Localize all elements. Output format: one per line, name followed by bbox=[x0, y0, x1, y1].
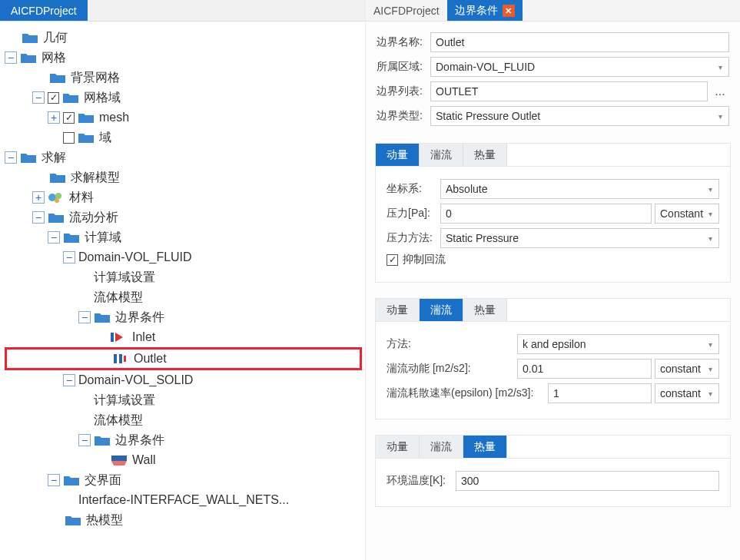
tree-label: 背景网格 bbox=[71, 70, 120, 86]
tree-node-solve-model[interactable]: 求解模型 bbox=[5, 167, 362, 187]
label-bc-list: 边界列表: bbox=[377, 84, 430, 98]
project-tab[interactable]: AICFDProject bbox=[0, 0, 88, 21]
collapse-icon[interactable]: − bbox=[32, 211, 45, 224]
tree-node-domain-item[interactable]: 域 bbox=[5, 128, 362, 147]
input-pressure[interactable]: 0 bbox=[440, 204, 652, 224]
tree-node-materials[interactable]: + 材料 bbox=[5, 187, 362, 207]
tree-node-solve[interactable]: − 求解 bbox=[5, 147, 362, 167]
tree-node-bg-mesh[interactable]: 背景网格 bbox=[5, 68, 362, 88]
tree-node-outlet[interactable]: Outlet bbox=[5, 347, 362, 370]
tab-momentum[interactable]: 动量 bbox=[376, 436, 420, 458]
tree-node-interface-item[interactable]: Interface-INTERFACE_WALL_NETS... bbox=[5, 490, 362, 510]
label-suppress-backflow: 抑制回流 bbox=[403, 253, 446, 267]
tree-label: 边界条件 bbox=[115, 310, 164, 326]
subtabs-heat: 动量 湍流 热量 bbox=[376, 436, 730, 459]
collapse-icon[interactable]: − bbox=[78, 311, 91, 323]
input-bc-name[interactable]: Outlet bbox=[430, 32, 729, 52]
browse-button[interactable]: ... bbox=[711, 81, 729, 101]
select-method[interactable]: k and epsilon bbox=[517, 334, 719, 354]
input-bc-list[interactable]: OUTLET bbox=[430, 81, 708, 101]
turbulence-section: 动量 湍流 热量 方法: k and epsilon 湍流动能 [m2/s2]:… bbox=[375, 298, 731, 419]
tree-label: Inlet bbox=[132, 330, 155, 344]
tree-node-mesh-root[interactable]: − 网格 bbox=[5, 48, 362, 68]
tree-label: Domain-VOL_SOLID bbox=[78, 373, 193, 387]
tab-turbulence[interactable]: 湍流 bbox=[420, 299, 463, 321]
tree-node-mesh-item[interactable]: + ✓ mesh bbox=[5, 108, 362, 128]
collapse-icon[interactable]: − bbox=[32, 91, 45, 104]
input-eps[interactable]: 1 bbox=[548, 383, 652, 403]
collapse-icon[interactable]: − bbox=[63, 251, 75, 263]
checkbox[interactable] bbox=[63, 132, 75, 144]
subtabs-momentum: 动量 湍流 热量 bbox=[376, 144, 730, 167]
tab-heat[interactable]: 热量 bbox=[463, 144, 507, 166]
tab-turbulence[interactable]: 湍流 bbox=[420, 144, 463, 166]
folder-icon bbox=[20, 151, 37, 164]
folder-icon bbox=[20, 51, 37, 64]
tab-momentum[interactable]: 动量 bbox=[376, 144, 420, 166]
input-tke[interactable]: 0.01 bbox=[517, 359, 652, 379]
collapse-icon[interactable]: − bbox=[48, 474, 60, 486]
properties-pane: AICFDProject 边界条件 ✕ 边界名称: Outlet 所属区域: D… bbox=[366, 0, 740, 560]
folder-icon bbox=[94, 311, 111, 323]
tree-label: Domain-VOL_FLUID bbox=[78, 250, 192, 264]
checkbox-suppress-backflow[interactable]: ✓ bbox=[387, 254, 398, 266]
collapse-icon[interactable]: − bbox=[5, 51, 17, 64]
collapse-icon[interactable]: − bbox=[78, 434, 91, 446]
tree-node-comp-domain[interactable]: − 计算域 bbox=[5, 227, 362, 247]
input-env-temp[interactable]: 300 bbox=[456, 471, 719, 491]
folder-icon bbox=[78, 131, 95, 144]
close-icon[interactable]: ✕ bbox=[503, 5, 515, 17]
tree-node-fluid-model-2[interactable]: 流体模型 bbox=[5, 410, 362, 430]
bc-tab[interactable]: 边界条件 ✕ bbox=[447, 0, 523, 21]
left-tabbar: AICFDProject bbox=[0, 0, 365, 22]
select-eps-mode[interactable]: constant bbox=[655, 383, 719, 403]
expand-icon[interactable]: + bbox=[48, 111, 60, 124]
collapse-icon[interactable]: − bbox=[5, 151, 17, 164]
collapse-icon[interactable]: − bbox=[48, 231, 60, 244]
tab-heat[interactable]: 热量 bbox=[463, 299, 507, 321]
tree-node-domain-settings-1[interactable]: 计算域设置 bbox=[5, 267, 362, 287]
right-tabbar: AICFDProject 边界条件 ✕ bbox=[366, 0, 740, 22]
collapse-icon[interactable]: − bbox=[63, 374, 75, 386]
label-pressure: 压力[Pa]: bbox=[387, 207, 440, 220]
tree-node-bc-1[interactable]: − 边界条件 bbox=[5, 307, 362, 327]
folder-icon bbox=[49, 171, 66, 184]
tab-momentum[interactable]: 动量 bbox=[376, 299, 420, 321]
tab-turbulence[interactable]: 湍流 bbox=[420, 436, 463, 458]
tree-node-inlet[interactable]: Inlet bbox=[5, 327, 362, 347]
tree-label: Outlet bbox=[134, 352, 167, 366]
select-region[interactable]: Domain-VOL_FLUID bbox=[430, 57, 729, 77]
folder-icon bbox=[48, 211, 65, 224]
wall-icon bbox=[111, 454, 128, 466]
label-coord: 坐标系: bbox=[387, 182, 440, 196]
tree-label: mesh bbox=[99, 111, 129, 124]
tree-node-mesh-domain[interactable]: − ✓ 网格域 bbox=[5, 88, 362, 108]
tree-node-geometry[interactable]: 几何 bbox=[5, 28, 362, 48]
expand-icon[interactable]: + bbox=[32, 191, 45, 204]
tree-node-fluid-model-1[interactable]: 流体模型 bbox=[5, 287, 362, 307]
tree-node-domain-solid[interactable]: − Domain-VOL_SOLID bbox=[5, 370, 362, 390]
svg-rect-7 bbox=[111, 456, 127, 461]
svg-point-2 bbox=[55, 198, 59, 203]
tree-node-interfaces[interactable]: − 交界面 bbox=[5, 470, 362, 490]
tree-label: 交界面 bbox=[85, 472, 121, 489]
tree-node-wall[interactable]: Wall bbox=[5, 450, 362, 470]
tab-heat[interactable]: 热量 bbox=[463, 436, 507, 458]
label-bc-type: 边界类型: bbox=[377, 109, 430, 123]
select-bc-type[interactable]: Static Pressure Outlet bbox=[430, 106, 729, 126]
select-coord[interactable]: Absolute bbox=[440, 179, 719, 199]
tree-node-domain-settings-2[interactable]: 计算域设置 bbox=[5, 390, 362, 410]
select-pressure-mode[interactable]: Constant bbox=[655, 204, 719, 224]
folder-icon bbox=[63, 231, 80, 244]
subtabs-turbulence: 动量 湍流 热量 bbox=[376, 299, 730, 322]
select-tke-mode[interactable]: constant bbox=[655, 359, 719, 379]
materials-icon bbox=[48, 191, 65, 204]
checkbox[interactable]: ✓ bbox=[63, 112, 75, 124]
tree-node-domain-fluid[interactable]: − Domain-VOL_FLUID bbox=[5, 247, 362, 267]
project-tab[interactable]: AICFDProject bbox=[366, 0, 447, 21]
checkbox[interactable]: ✓ bbox=[48, 92, 59, 104]
tree-node-thermal-model[interactable]: 热模型 bbox=[5, 510, 362, 530]
tree-node-bc-2[interactable]: − 边界条件 bbox=[5, 430, 362, 450]
select-pressure-method[interactable]: Static Pressure bbox=[440, 228, 719, 248]
tree-node-flow-analysis[interactable]: − 流动分析 bbox=[5, 207, 362, 227]
